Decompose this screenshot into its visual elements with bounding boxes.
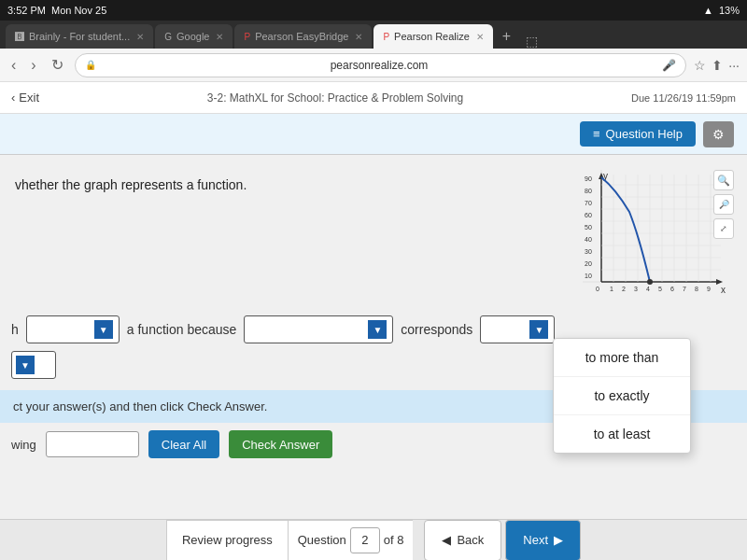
dropdown-3[interactable]: ▼	[480, 315, 555, 343]
address-actions: ☆ ⬆ ···	[694, 58, 740, 73]
next-arrow-icon: ▶	[554, 533, 563, 547]
problem-text: vhether the graph represents a function.	[15, 170, 564, 301]
close-tab-realize[interactable]: ✕	[476, 32, 484, 42]
svg-text:5: 5	[658, 286, 662, 292]
close-tab-google[interactable]: ✕	[216, 32, 223, 42]
back-nav-button[interactable]: ‹	[7, 55, 20, 76]
dropdown-small-arrow[interactable]: ▼	[16, 356, 35, 374]
dropdown-3-arrow[interactable]: ▼	[529, 320, 548, 339]
new-tab-button[interactable]: +	[495, 24, 518, 49]
svg-text:60: 60	[585, 212, 592, 218]
clear-all-button[interactable]: Clear All	[148, 430, 219, 458]
svg-text:10: 10	[585, 273, 592, 279]
svg-text:1: 1	[610, 286, 613, 292]
time: 3:52 PM	[7, 5, 46, 16]
graph-container: y x 90 80 70 60 5	[583, 170, 732, 301]
tab-realize[interactable]: P Pearson Realize ✕	[374, 24, 492, 49]
mid-label: a function because	[127, 322, 237, 337]
svg-text:70: 70	[585, 200, 592, 206]
easybridge-icon: P	[244, 32, 250, 42]
next-label: Next	[523, 533, 548, 547]
settings-button[interactable]: ⚙	[703, 121, 734, 147]
svg-text:30: 30	[585, 248, 592, 255]
tab-easybridge[interactable]: P Pearson EasyBridge ✕	[234, 24, 372, 49]
svg-text:3: 3	[634, 286, 638, 292]
check-answer-button[interactable]: Check Answer	[229, 430, 332, 458]
dropdown-1-arrow[interactable]: ▼	[94, 320, 113, 339]
tab-brainly[interactable]: 🅱 Brainly - For student... ✕	[6, 24, 153, 49]
dropdown-2-arrow[interactable]: ▼	[368, 320, 387, 339]
back-arrow-icon: ‹	[11, 91, 15, 105]
tab-google[interactable]: G Google ✕	[155, 24, 233, 49]
dropdown-1[interactable]: ▼	[26, 315, 120, 343]
dropdown-option-more-than[interactable]: to more than	[554, 339, 690, 377]
status-left: 3:52 PM Mon Nov 25	[7, 5, 106, 16]
svg-text:90: 90	[585, 175, 592, 182]
question-toolbar: ≡ Question Help ⚙	[0, 114, 747, 155]
status-right: ▲ 13%	[703, 5, 740, 16]
svg-text:4: 4	[646, 286, 650, 292]
back-arrow-icon: ◀	[442, 533, 451, 547]
question-indicator: Question 2 of 8	[289, 520, 414, 561]
prefix-label: h	[11, 322, 19, 337]
question-help-button[interactable]: ≡ Question Help	[580, 121, 696, 147]
question-number: 2	[361, 533, 368, 547]
list-icon: ≡	[593, 127, 600, 141]
next-button[interactable]: Next ▶	[505, 520, 581, 561]
svg-text:8: 8	[695, 286, 698, 292]
status-bar: 3:52 PM Mon Nov 25 ▲ 13%	[0, 0, 747, 21]
zoom-in-button[interactable]: 🔍	[713, 170, 734, 190]
svg-text:6: 6	[670, 286, 674, 292]
tab-count: ⬚	[520, 34, 543, 49]
graph-icons: 🔍 🔎 ⤢	[713, 170, 734, 239]
battery: 13%	[719, 5, 740, 16]
exit-label: Exit	[19, 91, 39, 105]
app-bar: ‹ Exit 3-2: MathXL for School: Practice …	[0, 82, 747, 114]
close-tab-brainly[interactable]: ✕	[136, 32, 144, 42]
problem-statement: vhether the graph represents a function.	[15, 177, 247, 192]
tabs-row: 🅱 Brainly - For student... ✕ G Google ✕ …	[6, 24, 741, 49]
date: Mon Nov 25	[51, 5, 106, 16]
answer-row-1: h ▼ a function because ▼ corresponds ▼ t…	[0, 308, 747, 351]
close-tab-easybridge[interactable]: ✕	[355, 32, 362, 42]
refresh-button[interactable]: ↻	[48, 54, 67, 76]
graph-svg: y x 90 80 70 60 5	[583, 170, 727, 301]
svg-text:40: 40	[585, 236, 592, 243]
bookmark-icon[interactable]: ☆	[694, 58, 706, 73]
instructions-text: ct your answer(s) and then click Check A…	[13, 399, 267, 413]
problem-area: vhether the graph represents a function.…	[0, 155, 747, 308]
google-icon: G	[164, 32, 172, 42]
gear-icon: ⚙	[712, 127, 725, 142]
back-label: Back	[457, 533, 484, 547]
brainly-icon: 🅱	[15, 32, 24, 42]
more-icon[interactable]: ···	[728, 58, 740, 73]
answer-input[interactable]	[46, 431, 139, 457]
zoom-out-button[interactable]: 🔎	[713, 194, 734, 215]
dropdown-popup: to more than to exactly to at least	[553, 338, 691, 454]
svg-point-44	[647, 279, 653, 285]
wing-label: wing	[11, 438, 36, 452]
exit-button[interactable]: ‹ Exit	[11, 91, 39, 105]
question-label: Question	[298, 533, 346, 547]
review-progress-button[interactable]: Review progress	[166, 520, 289, 561]
question-number-box: 2	[350, 527, 380, 553]
address-bar[interactable]: 🔒 pearsonrealize.com 🎤	[75, 53, 687, 77]
dropdown-option-exactly[interactable]: to exactly	[554, 377, 690, 415]
back-button[interactable]: ◀ Back	[424, 520, 501, 561]
url-display: pearsonrealize.com	[102, 59, 657, 72]
share-icon[interactable]: ⬆	[712, 58, 723, 73]
svg-text:7: 7	[683, 286, 686, 292]
breadcrumb: 3-2: MathXL for School: Practice & Probl…	[207, 91, 463, 105]
svg-text:80: 80	[585, 188, 592, 194]
due-date: Due 11/26/19 11:59pm	[631, 92, 736, 104]
wifi-icon: ▲	[703, 5, 713, 16]
dropdown-option-at-least[interactable]: to at least	[554, 415, 690, 453]
suffix-label: corresponds	[401, 322, 472, 337]
dropdown-2[interactable]: ▼	[244, 315, 393, 343]
forward-nav-button[interactable]: ›	[27, 55, 39, 76]
tab-label-realize: Pearson Realize	[394, 31, 470, 42]
nav-buttons: ◀ Back Next ▶	[420, 520, 581, 561]
of-label: of 8	[384, 533, 404, 547]
dropdown-small[interactable]: ▼	[11, 351, 56, 379]
expand-button[interactable]: ⤢	[713, 218, 734, 239]
